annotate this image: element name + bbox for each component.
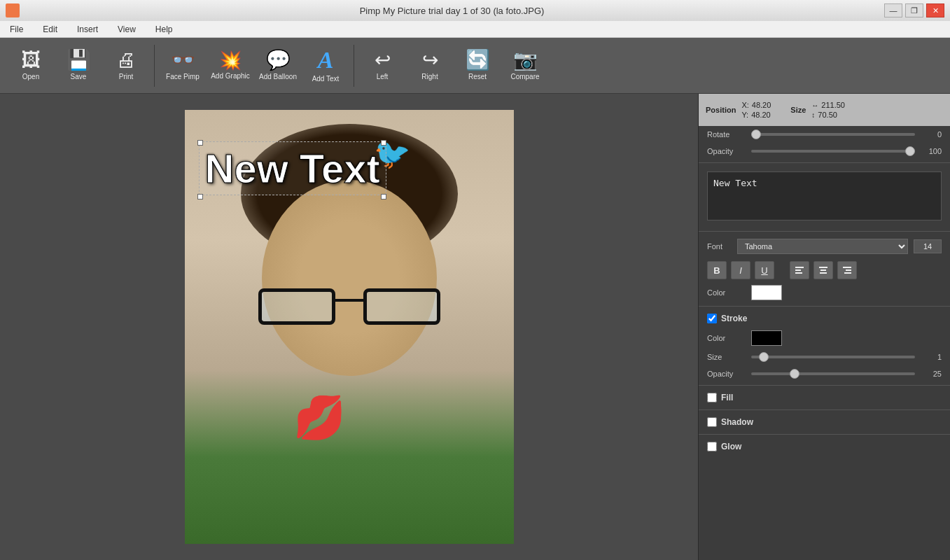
stroke-size-slider-container <box>751 356 915 358</box>
glow-section-header: Glow <box>699 438 950 456</box>
titlebar: Pimp My Picture trial day 1 of 30 (la fo… <box>0 0 950 21</box>
toolbar-separator-2 <box>354 45 354 87</box>
add-balloon-button[interactable]: 💬 Add Balloon <box>256 41 300 90</box>
menu-file[interactable]: File <box>6 23 27 36</box>
app-logo <box>6 4 20 18</box>
font-size-input[interactable] <box>914 239 942 253</box>
add-balloon-label: Add Balloon <box>259 73 297 80</box>
rotate-value: 0 <box>921 130 942 139</box>
save-button[interactable]: 💾 Save <box>56 41 101 90</box>
canvas-image[interactable]: 💋 🐦 New Text <box>185 110 514 544</box>
stroke-size-row: Size 1 <box>699 349 950 365</box>
right-button[interactable]: ↪ Right <box>407 41 452 90</box>
glow-checkbox[interactable] <box>707 442 717 451</box>
underline-button[interactable]: U <box>755 261 774 279</box>
add-balloon-icon: 💬 <box>266 50 291 70</box>
align-left-button[interactable] <box>790 261 809 279</box>
stroke-size-slider[interactable] <box>751 356 915 358</box>
right-icon: ↪ <box>422 50 438 70</box>
x-value: 48.20 <box>752 101 771 109</box>
y-label: Y: <box>741 111 748 119</box>
compare-label: Compare <box>510 73 539 80</box>
font-select[interactable]: Tahoma Arial Times New Roman Verdana <box>737 239 908 254</box>
opacity-slider[interactable] <box>751 150 915 153</box>
xy-group: X: 48.20 Y: 48.20 <box>741 101 771 119</box>
divider-3 <box>699 306 950 307</box>
shadow-label: Shadow <box>721 417 753 427</box>
add-graphic-button[interactable]: 💥 Add Graphic <box>208 41 253 90</box>
text-color-swatch[interactable] <box>751 285 782 300</box>
italic-button[interactable]: I <box>731 261 750 279</box>
reset-button[interactable]: 🔄 Reset <box>455 41 500 90</box>
add-text-icon: A <box>318 48 334 72</box>
stroke-label: Stroke <box>721 314 747 323</box>
stroke-opacity-slider[interactable] <box>751 372 915 375</box>
align-center-button[interactable] <box>813 261 833 279</box>
y-coord: Y: 48.20 <box>741 111 771 119</box>
canvas-area: 💋 🐦 New Text <box>0 94 698 560</box>
rotate-row: Rotate 0 <box>699 126 950 143</box>
height-coord: ↕ 70.50 <box>811 111 845 119</box>
print-icon: 🖨 <box>116 50 136 70</box>
window-title: Pimp My Picture trial day 1 of 30 (la fo… <box>20 6 884 16</box>
fill-checkbox[interactable] <box>707 393 717 402</box>
save-label: Save <box>71 73 87 80</box>
handle-br[interactable] <box>381 194 386 200</box>
shadow-checkbox[interactable] <box>707 417 717 427</box>
face-pimp-icon: 👓 <box>171 50 195 70</box>
stroke-size-value: 1 <box>921 353 942 361</box>
toolbar-separator-1 <box>154 45 155 87</box>
stroke-color-swatch[interactable] <box>751 330 782 346</box>
titlebar-left <box>6 4 20 18</box>
reset-icon: 🔄 <box>466 50 490 70</box>
opacity-slider-container <box>751 150 915 153</box>
restore-button[interactable]: ❐ <box>905 4 923 18</box>
stroke-opacity-slider-container <box>751 372 915 375</box>
divider-4 <box>699 385 950 386</box>
add-graphic-label: Add Graphic <box>211 72 250 80</box>
left-icon: ↩ <box>375 50 391 70</box>
menu-edit[interactable]: Edit <box>39 23 62 36</box>
left-button[interactable]: ↩ Left <box>360 41 405 90</box>
align-right-button[interactable] <box>837 261 857 279</box>
left-label: Left <box>377 73 389 80</box>
position-bar: Position X: 48.20 Y: 48.20 Size ↔ 211.50… <box>699 94 950 126</box>
height-icon: ↕ <box>811 111 815 119</box>
handle-bl[interactable] <box>197 194 203 200</box>
handle-tr[interactable] <box>381 140 386 146</box>
opacity-value: 100 <box>921 147 942 155</box>
glow-label: Glow <box>721 442 741 451</box>
save-icon: 💾 <box>67 50 91 70</box>
size-group: ↔ 211.50 ↕ 70.50 <box>811 101 845 119</box>
lips-sticker[interactable]: 💋 <box>293 393 346 442</box>
font-label: Font <box>707 242 732 251</box>
open-button[interactable]: 🖼 Open <box>8 41 53 90</box>
canvas-wrapper: 💋 🐦 New Text <box>185 110 514 544</box>
y-value: 48.20 <box>751 111 771 119</box>
height-value: 70.50 <box>818 111 837 119</box>
compare-icon: 📷 <box>513 50 538 70</box>
close-button[interactable]: ✕ <box>926 4 944 18</box>
canvas-text-overlay[interactable]: New Text <box>199 141 386 195</box>
bold-button[interactable]: B <box>707 261 727 279</box>
stroke-opacity-row: Opacity 25 <box>699 365 950 382</box>
stroke-color-label: Color <box>707 334 746 342</box>
position-label: Position <box>706 106 736 114</box>
menu-insert[interactable]: Insert <box>73 23 102 36</box>
divider-1 <box>699 162 950 163</box>
face <box>262 180 437 376</box>
rotate-slider[interactable] <box>751 133 915 136</box>
menu-help[interactable]: Help <box>151 23 177 36</box>
face-pimp-label: Face Pimp <box>166 73 200 80</box>
handle-tl[interactable] <box>197 140 203 146</box>
print-button[interactable]: 🖨 Print <box>104 41 148 90</box>
add-text-button[interactable]: A Add Text <box>303 41 348 90</box>
compare-button[interactable]: 📷 Compare <box>503 41 547 90</box>
width-coord: ↔ 211.50 <box>811 101 845 109</box>
text-content-input[interactable]: New Text <box>707 172 942 220</box>
minimize-button[interactable]: — <box>884 4 902 18</box>
stroke-checkbox[interactable] <box>707 314 717 323</box>
menu-view[interactable]: View <box>113 23 140 36</box>
face-pimp-button[interactable]: 👓 Face Pimp <box>160 41 205 90</box>
stroke-opacity-label: Opacity <box>707 370 746 378</box>
